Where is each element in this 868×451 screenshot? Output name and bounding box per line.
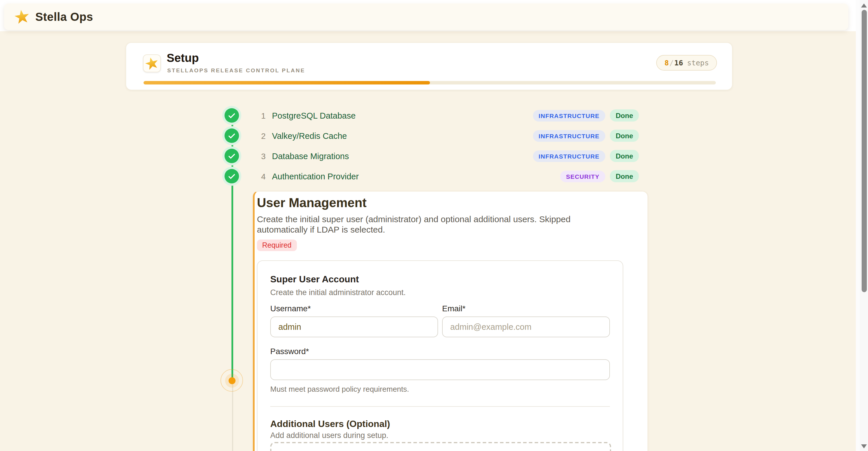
scrollbar-thumb[interactable] (861, 10, 867, 292)
step-title: Authentication Provider (272, 171, 359, 181)
email-label: Email* (442, 304, 610, 313)
password-input[interactable] (270, 359, 610, 380)
section-divider (270, 406, 610, 407)
status-badge: Done (610, 109, 639, 122)
additional-users-subtitle: Add additional users during setup. (270, 431, 610, 440)
username-email-row: Username* Email* (270, 304, 610, 337)
section-description-line1: Create the initial super user (administr… (257, 214, 570, 224)
step-number: 3 (259, 151, 266, 161)
progress-fill (144, 81, 430, 84)
email-input[interactable] (442, 317, 610, 337)
required-badge: Required (257, 239, 297, 251)
check-icon (228, 111, 235, 118)
status-badge: Done (610, 130, 639, 142)
scroll-up-icon[interactable] (861, 3, 867, 7)
check-icon (228, 131, 235, 138)
category-badge: INFRASTRUCTURE (533, 150, 605, 162)
step-title: PostgreSQL Database (272, 111, 355, 120)
setup-page: Stella Ops Setup STELLAOPS RELEASE CONTR… (0, 0, 868, 451)
steps-count-badge: 8 / 16 steps (656, 55, 717, 71)
section-description-line2: automatically if LDAP is selected. (257, 224, 385, 234)
setup-star-icon (144, 56, 160, 71)
super-user-title: Super User Account (270, 274, 610, 285)
steps-list: 1 PostgreSQL Database INFRASTRUCTURE Don… (224, 105, 639, 186)
status-badge: Done (610, 150, 639, 162)
username-label: Username* (270, 304, 438, 313)
step-row-valkey-redis[interactable]: 2 Valkey/Redis Cache INFRASTRUCTURE Done (224, 126, 639, 146)
top-bar: Stella Ops (4, 3, 848, 30)
stellaops-logo-icon (13, 9, 30, 25)
steps-unit: steps (687, 58, 709, 67)
check-icon (228, 152, 235, 159)
step-title: Valkey/Redis Cache (272, 131, 347, 140)
category-badge: INFRASTRUCTURE (533, 110, 605, 121)
check-icon (228, 172, 235, 179)
setup-logo-tile (143, 54, 161, 72)
step-title: Database Migrations (272, 151, 349, 161)
super-user-subtitle: Create the initial administrator account… (270, 288, 610, 297)
step-complete-icon (224, 128, 239, 143)
step-row-postgresql[interactable]: 1 PostgreSQL Database INFRASTRUCTURE Don… (224, 105, 639, 126)
step-number: 1 (259, 111, 266, 120)
steps-slash: / (670, 58, 674, 67)
steps-total: 16 (675, 58, 683, 67)
current-step-marker (228, 377, 236, 384)
scroll-down-icon[interactable] (861, 444, 867, 448)
progress-bar (144, 81, 716, 84)
category-badge: INFRASTRUCTURE (533, 130, 605, 141)
setup-title: Setup (167, 52, 199, 65)
setup-progress-card: Setup STELLAOPS RELEASE CONTROL PLANE 8 … (126, 42, 733, 90)
setup-subtitle: STELLAOPS RELEASE CONTROL PLANE (167, 67, 305, 73)
step-complete-icon (224, 108, 239, 123)
brand-title: Stella Ops (35, 10, 93, 24)
step-number: 2 (259, 131, 266, 140)
step-number: 4 (259, 171, 266, 181)
section-description: Create the initial super user (administr… (257, 214, 648, 234)
user-management-section: User Management Create the initial super… (253, 191, 648, 451)
username-input[interactable] (270, 317, 438, 337)
password-label: Password* (270, 347, 610, 356)
step-complete-icon (224, 149, 239, 163)
additional-users-title: Additional Users (Optional) (270, 418, 610, 429)
step-row-db-migrations[interactable]: 3 Database Migrations INFRASTRUCTURE Don… (224, 146, 639, 166)
super-user-card: Super User Account Create the initial ad… (257, 260, 623, 451)
section-title: User Management (257, 196, 648, 211)
steps-current: 8 (664, 58, 669, 67)
category-badge: SECURITY (560, 170, 605, 182)
step-complete-icon (224, 169, 239, 184)
step-row-auth-provider[interactable]: 4 Authentication Provider SECURITY Done (224, 166, 639, 186)
password-help-text: Must meet password policy requirements. (270, 385, 610, 393)
add-another-user-button[interactable]: + Add Another User (270, 442, 611, 451)
scrollbar (856, 0, 868, 451)
status-badge: Done (610, 170, 639, 182)
